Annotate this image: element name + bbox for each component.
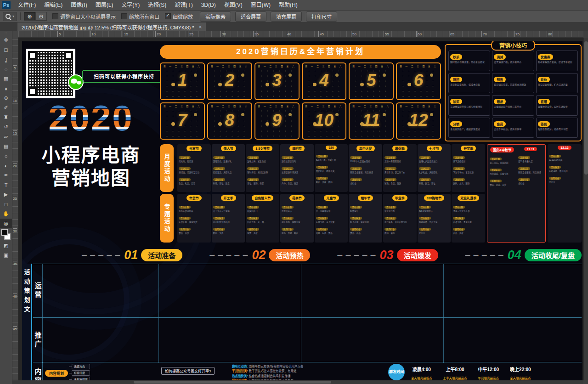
foreground-color-swatch[interactable] (1, 229, 8, 236)
fill-screen-button[interactable]: 填充屏幕 (271, 11, 302, 22)
tool-icon: ✋ (3, 211, 9, 217)
zoom-option-checkbox[interactable]: 缩放所有窗口 (121, 13, 159, 20)
tool-icon: ○ (5, 153, 8, 159)
activity-column: 国庆&中秋节 活动主题双节同庆，家国团圆 活动玩法囤货满减、礼盒专场 适用行业食… (488, 146, 516, 241)
phase-segment: — — — — — 03 活动爆发 (337, 248, 438, 262)
activity-column: 元宵节 活动主题闹元宵、猜灯谜 活动玩法满减送、灯谜有奖互动 适用行业食品、礼品… (177, 144, 211, 192)
send-time-block: 群发时间 凌晨4:00 全天曝光最低点 上午8:00 上半天曝光最高点 (388, 364, 582, 380)
zoom-in-button[interactable]: ⊕ (24, 12, 35, 21)
menu-type[interactable]: 文字(Y) (117, 0, 144, 10)
actual-pixels-button[interactable]: 实际像素 (200, 11, 231, 22)
activity-header: 3.8女神节 (253, 146, 272, 151)
double-12-column: 12.12 活动主题12.12年终盛典 活动玩法年终返场、清仓折扣 适用行业全行… (548, 144, 582, 243)
menu-window[interactable]: 窗口(W) (247, 0, 275, 10)
activity-column: 七夕节 活动主题浪漫七夕爱要说出口 活动玩法七夕礼盒、满额赠礼 适用行业鲜花、珠… (418, 144, 451, 192)
history-brush-tool[interactable]: ↺ (0, 122, 12, 132)
tool-icon: ✒ (4, 172, 8, 178)
move-tool[interactable]: ✥ (0, 35, 12, 45)
clone-stamp-tool[interactable]: ♜ (0, 113, 12, 122)
pen-tool[interactable]: ✒ (0, 170, 12, 180)
calendar-month-number: 6 (397, 71, 440, 90)
menu-3d[interactable]: 3D(D) (197, 0, 220, 10)
scrollbar-thumb[interactable] (134, 381, 331, 384)
print-size-button[interactable]: 打印尺寸 (306, 11, 337, 22)
menu-file[interactable]: 文件(F) (14, 0, 40, 10)
panel-grip[interactable]: ∷ (0, 31, 12, 35)
type-tool[interactable]: T (0, 180, 12, 190)
zoom-option-checkbox[interactable]: 细微缩放 (165, 13, 193, 20)
tip-text: 新老客券组合发放，促进下单转化 (538, 61, 576, 64)
scrollbar-thumb[interactable] (584, 41, 588, 175)
document-canvas[interactable]: 扫码可以获得小程序扶持 2020 小程序电商 营销地图 2020营销日历&全年营… (18, 38, 583, 380)
tools-panel: ∷ ✥ ◻ ʆ ◌ ▦ ♦ ⊕ ✐ ♜ ↺ ▱ ▤ ○ ◐ ✒ T ▶ □ ✋ … (0, 31, 12, 384)
tip-label: 分销 (450, 121, 462, 127)
lasso-tool[interactable]: ʆ (0, 55, 12, 64)
dodge-tool[interactable]: ◐ (0, 161, 12, 170)
color-swatches[interactable] (0, 228, 12, 241)
healing-brush-tool[interactable]: ⊕ (0, 93, 12, 103)
activity-header: 毕业季 (392, 195, 407, 201)
ruler-mark: 45 (13, 326, 17, 359)
swimlane: 推广 (33, 317, 582, 363)
eyedropper-tool[interactable]: ♦ (0, 84, 12, 93)
plan-side-strip: 活动策划文 (22, 264, 32, 380)
tip-card: 直播 直播种草带货，实时互动促单 (536, 95, 578, 116)
zoom-option-checkbox[interactable]: 调整窗口大小以满屏显示 (52, 13, 116, 20)
menu-layer[interactable]: 图层(L) (91, 0, 118, 10)
horizontal-scrollbar[interactable] (12, 380, 583, 384)
activity-header: 开学季 (461, 146, 476, 151)
calendar-month-number: 7 (161, 111, 204, 130)
fit-screen-button[interactable]: 适合屏幕 (235, 11, 266, 22)
eraser-tool[interactable]: ▱ (0, 132, 12, 141)
zoom-tool[interactable]: ◎ (0, 219, 12, 228)
calendar-banner: 2020营销日历&全年营销计划 (160, 45, 441, 59)
calendar-grid: 日 一 二 三 四 五 六 1 日 一 二 三 四 五 六 2 日 一 二 三 … (160, 62, 441, 140)
calendar-month-number: 3 (255, 71, 299, 90)
document-tab[interactable]: 2020小程序电商营销地图.jpg @ 12.5% (扫码可以获得小程序扶持, … (17, 23, 206, 31)
activity-header: 儿童节 (324, 195, 339, 201)
menu-image[interactable]: 图像(I) (67, 0, 91, 10)
calendar-month-number: 5 (350, 71, 393, 90)
hand-tool[interactable]: ✋ (0, 209, 12, 219)
zoom-tool-preset[interactable]: ▾ (3, 12, 17, 21)
tool-icon: ▱ (4, 134, 8, 140)
crop-tool[interactable]: ▦ (0, 74, 12, 84)
lane-cell (443, 318, 582, 363)
activity-header: 白色情人节 (252, 195, 273, 201)
tool-icon: ▤ (4, 143, 8, 149)
activity-column: 暑促季 活动主题清凉一夏暑期狂欢 活动玩法夏日专场、第二件半价 适用行业家电、食… (383, 144, 417, 192)
menu-view[interactable]: 视图(V) (220, 0, 247, 10)
qr-code (26, 49, 75, 98)
vertical-scrollbar[interactable] (583, 38, 588, 380)
activity-header: 年中大促 (356, 146, 375, 151)
wechat-icon (68, 74, 84, 90)
screen-mode-button[interactable]: ▣ (0, 250, 12, 260)
ruler-mark: 40 (286, 31, 318, 37)
zoom-out-button[interactable]: ⊖ (35, 12, 47, 21)
calendar-month-number: 11 (350, 111, 393, 130)
tip-label: 签到 (538, 121, 550, 127)
calendar-month-number: 1 (161, 71, 204, 90)
gradient-tool[interactable]: ▤ (0, 141, 12, 151)
checkbox-icon (165, 13, 171, 19)
menu-edit[interactable]: 编辑(E) (40, 0, 67, 10)
shape-tool[interactable]: □ (0, 199, 12, 209)
quick-selection-tool[interactable]: ◌ (0, 64, 12, 74)
menu-filter[interactable]: 滤镜(T) (170, 0, 197, 10)
menu-help[interactable]: 帮助(H) (275, 0, 302, 10)
blur-tool[interactable]: ○ (0, 151, 12, 161)
close-icon[interactable]: × (198, 24, 202, 30)
send-time-slot: 中午12:00 午间曝光最高点 (478, 366, 499, 380)
menu-select[interactable]: 选择(S) (144, 0, 170, 10)
send-time-slot: 凌晨4:00 全天曝光最低点 (411, 366, 432, 380)
lane-cell (301, 318, 443, 363)
path-selection-tool[interactable]: ▶ (0, 190, 12, 199)
tip-text: 提前锁定需求，回笼资金测爆款 (494, 83, 532, 86)
brush-tool[interactable]: ✐ (0, 103, 12, 113)
phase-number: 04 (508, 248, 521, 262)
weekday-row: 日 一 二 三 四 五 六 (350, 104, 393, 107)
marquee-tool[interactable]: ◻ (0, 45, 12, 55)
marketing-tips-panel: 营销小技巧 秒杀 限时低价引爆流量，带动全店转化 满减 设置满减门槛，提升客单价… (445, 44, 582, 141)
weekday-row: 日 一 二 三 四 五 六 (397, 64, 440, 68)
quick-mask-button[interactable]: ◩ (0, 241, 12, 250)
